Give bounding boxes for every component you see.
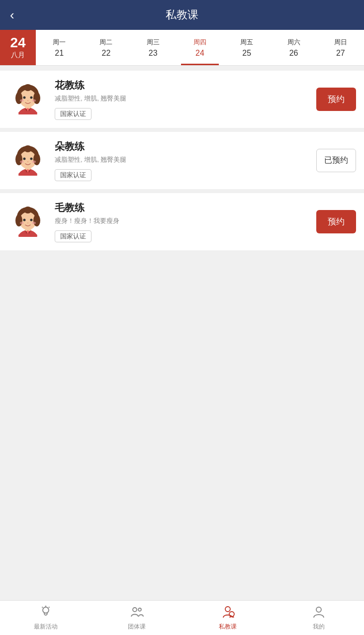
today-month: 八月 [11, 51, 25, 60]
nav-label-group: 团体课 [128, 623, 146, 631]
trainer-tags-hua: 减脂塑性, 增肌, 翘臀美腿 [55, 94, 309, 103]
trainer-tags-duo: 减脂塑性, 增肌, 翘臀美腿 [55, 155, 309, 164]
svg-point-33 [27, 222, 28, 223]
svg-point-26 [24, 207, 32, 213]
day-name: 周五 [240, 38, 253, 47]
calendar-day-25[interactable]: 周五 25 [223, 30, 270, 65]
svg-point-42 [225, 607, 230, 612]
book-button-mao[interactable]: 预约 [316, 210, 356, 233]
svg-point-36 [43, 607, 49, 613]
svg-point-9 [27, 100, 28, 101]
day-num: 27 [336, 49, 345, 58]
today-indicator: 24 八月 [0, 30, 36, 65]
back-button[interactable]: ‹ [10, 7, 14, 23]
trainer-cert-hua: 国家认证 [55, 108, 91, 120]
bottom-nav: 最新活动 团体课 私教课 [0, 600, 364, 635]
svg-line-39 [42, 607, 43, 608]
day-name: 周日 [334, 38, 347, 47]
nav-item-private[interactable]: 私教课 [182, 605, 273, 631]
svg-point-32 [32, 222, 36, 224]
svg-point-44 [316, 607, 321, 612]
private-icon [221, 605, 235, 621]
page-title: 私教课 [166, 7, 198, 22]
book-button-hua[interactable]: 预约 [316, 88, 356, 111]
trainer-action-hua: 预约 [316, 88, 356, 111]
calendar-day-22[interactable]: 周二 22 [83, 30, 129, 65]
bulb-icon [39, 605, 53, 621]
svg-point-29 [23, 219, 25, 221]
trainer-name-hua: 花教练 [55, 79, 309, 92]
content-area: 花教练 减脂塑性, 增肌, 翘臀美腿 国家认证 预约 [0, 66, 364, 600]
day-name: 周一 [53, 38, 66, 47]
calendar-day-23[interactable]: 周三 23 [130, 30, 177, 65]
trainer-info-hua: 花教练 减脂塑性, 增肌, 翘臀美腿 国家认证 [55, 79, 309, 120]
trainer-card-mao: 毛教练 瘦身！瘦身！我要瘦身 国家认证 预约 [0, 193, 364, 250]
nav-label-activities: 最新活动 [34, 623, 58, 631]
svg-line-38 [49, 607, 50, 608]
trainer-tags-mao: 瘦身！瘦身！我要瘦身 [55, 216, 309, 225]
book-button-duo[interactable]: 已预约 [316, 149, 356, 172]
day-name: 周二 [99, 38, 112, 47]
trainer-action-duo: 已预约 [316, 149, 356, 172]
svg-point-23 [27, 169, 29, 171]
header: ‹ 私教课 [0, 0, 364, 30]
svg-point-41 [138, 608, 141, 611]
trainer-cert-mao: 国家认证 [55, 230, 91, 242]
day-num: 25 [242, 49, 251, 58]
trainer-avatar-hua [8, 80, 48, 119]
svg-point-21 [27, 161, 28, 162]
day-num: 22 [102, 49, 111, 58]
trainer-name-duo: 朵教练 [55, 140, 309, 153]
nav-label-private: 私教课 [219, 623, 237, 631]
day-name: 周三 [147, 38, 160, 47]
day-name: 周六 [287, 38, 300, 47]
svg-point-18 [30, 158, 32, 160]
svg-point-17 [23, 158, 25, 160]
trainer-card-duo: 朵教练 减脂塑性, 增肌, 翘臀美腿 国家认证 已预约 [0, 132, 364, 189]
day-num: 24 [195, 49, 204, 58]
svg-point-20 [32, 161, 36, 163]
svg-point-15 [15, 153, 22, 165]
person-icon [312, 605, 326, 621]
day-num: 26 [289, 49, 298, 58]
nav-item-activities[interactable]: 最新活动 [0, 605, 91, 631]
svg-point-30 [30, 219, 32, 221]
trainer-cert-duo: 国家认证 [55, 169, 91, 181]
svg-point-4 [33, 92, 40, 104]
trainer-action-mao: 预约 [316, 210, 356, 233]
group-icon [130, 605, 144, 621]
svg-point-3 [15, 92, 22, 104]
day-name: 周四 [193, 38, 206, 47]
calendar-days: 周一 21 周二 22 周三 23 周四 24 周五 25 周六 26 周日 2… [36, 30, 364, 65]
today-date: 24 [10, 35, 25, 51]
trainer-card-hua: 花教练 减脂塑性, 增肌, 翘臀美腿 国家认证 预约 [0, 71, 364, 128]
day-num: 23 [149, 49, 158, 58]
calendar-day-21[interactable]: 周一 21 [36, 30, 83, 65]
svg-point-40 [133, 608, 137, 612]
trainer-info-duo: 朵教练 减脂塑性, 增肌, 翘臀美腿 国家认证 [55, 140, 309, 181]
svg-point-35 [27, 230, 29, 232]
svg-point-19 [20, 161, 24, 163]
calendar-day-27[interactable]: 周日 27 [317, 30, 364, 65]
svg-point-16 [33, 153, 40, 165]
svg-point-28 [33, 214, 40, 226]
svg-point-27 [15, 214, 22, 226]
day-num: 21 [55, 49, 64, 58]
nav-label-mine: 我的 [313, 623, 325, 631]
svg-point-8 [32, 100, 36, 102]
svg-point-2 [24, 84, 32, 91]
trainer-info-mao: 毛教练 瘦身！瘦身！我要瘦身 国家认证 [55, 201, 309, 242]
trainer-name-mao: 毛教练 [55, 201, 309, 214]
calendar-day-24[interactable]: 周四 24 [177, 30, 223, 65]
nav-item-group[interactable]: 团体课 [91, 605, 182, 631]
svg-point-11 [27, 108, 29, 110]
calendar-day-26[interactable]: 周六 26 [270, 30, 317, 65]
svg-point-5 [23, 97, 25, 99]
trainer-avatar-duo [8, 141, 48, 181]
trainer-avatar-mao [8, 202, 48, 242]
nav-item-mine[interactable]: 我的 [273, 605, 364, 631]
calendar-bar: 24 八月 周一 21 周二 22 周三 23 周四 24 周五 25 周六 2… [0, 30, 364, 66]
svg-point-31 [20, 222, 24, 224]
svg-point-14 [24, 145, 32, 152]
svg-point-6 [30, 97, 32, 99]
